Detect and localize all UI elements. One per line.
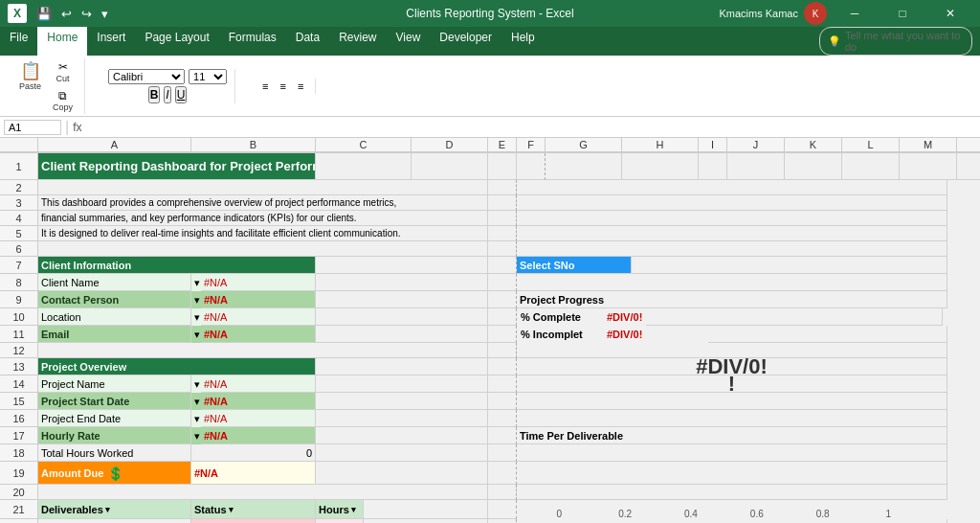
row-num-16[interactable]: 16 <box>0 410 38 427</box>
row-num-19[interactable]: 19 <box>0 462 38 485</box>
row-num-7[interactable]: 7 <box>0 257 38 274</box>
bold-btn[interactable]: B <box>148 86 161 103</box>
tab-home[interactable]: Home <box>37 27 87 56</box>
name-box[interactable] <box>4 120 61 135</box>
tab-page-layout[interactable]: Page Layout <box>135 27 218 56</box>
cell-f5 <box>488 226 517 241</box>
cell-f22 <box>488 519 517 523</box>
col-header-m[interactable]: M <box>900 138 957 152</box>
tab-data[interactable]: Data <box>286 27 329 56</box>
row-num-10[interactable]: 10 <box>0 308 38 326</box>
col-header-d[interactable]: D <box>412 138 488 152</box>
deliverable-value: 0 <box>38 519 191 523</box>
copy-btn[interactable]: ⧉Copy <box>49 87 77 114</box>
end-date-label: Project End Date <box>38 410 191 427</box>
align-center-btn[interactable]: ≡ <box>276 79 289 94</box>
row-2 <box>38 180 980 195</box>
col-header-a[interactable]: A <box>38 138 191 152</box>
row-num-14[interactable]: 14 <box>0 375 38 393</box>
col-header-b[interactable]: B <box>191 138 316 152</box>
tab-insert[interactable]: Insert <box>87 27 135 56</box>
row-12 <box>38 343 980 358</box>
row-num-17[interactable]: 17 <box>0 427 38 444</box>
hours-value-22 <box>316 519 364 523</box>
cell-f4 <box>488 211 517 226</box>
col-header-h[interactable]: H <box>622 138 699 152</box>
col-header-g[interactable]: G <box>546 138 622 152</box>
font-size-select[interactable]: 11 <box>189 69 227 84</box>
row-7: Client Information Select SNo <box>38 257 980 274</box>
row-6 <box>38 241 980 257</box>
align-right-btn[interactable]: ≡ <box>294 79 307 94</box>
tab-review[interactable]: Review <box>329 27 386 56</box>
tell-me-input[interactable]: 💡 Tell me what you want to do <box>819 27 972 56</box>
row-num-18[interactable]: 18 <box>0 444 38 462</box>
x-axis-row: 0 0.2 0.4 0.6 0.8 1 <box>517 500 947 519</box>
row-num-11[interactable]: 11 <box>0 326 38 343</box>
row-num-5[interactable]: 5 <box>0 226 38 241</box>
cell-b9-icon: ▾ <box>191 291 201 308</box>
row-num-2[interactable]: 2 <box>0 180 38 195</box>
italic-btn[interactable]: I <box>164 86 170 103</box>
select-sno-btn[interactable]: Select SNo <box>517 257 632 274</box>
row-num-21[interactable]: 21 <box>0 500 38 519</box>
col-header-f[interactable]: F <box>517 138 546 152</box>
row-num-13[interactable]: 13 <box>0 358 38 375</box>
tab-formulas[interactable]: Formulas <box>219 27 286 56</box>
cell-c1 <box>316 153 412 180</box>
row-num-15[interactable]: 15 <box>0 393 38 410</box>
cells-h7-on <box>632 257 947 274</box>
tab-help[interactable]: Help <box>501 27 545 56</box>
cut-btn[interactable]: ✂Cut <box>49 58 77 85</box>
email-label: Email <box>38 326 191 343</box>
cells-g20-on <box>517 485 947 500</box>
grid-area: Client Reporting Dashboard for Project P… <box>38 153 980 523</box>
sheet-body: 1 2 3 4 5 6 7 8 9 10 11 12 13 14 15 16 1… <box>0 153 980 523</box>
col-header-n[interactable]: N <box>957 138 980 152</box>
col-header-i[interactable]: I <box>699 138 727 152</box>
close-btn[interactable]: ✕ <box>928 0 972 27</box>
formula-input[interactable] <box>86 121 977 134</box>
cell-f9 <box>488 291 517 308</box>
ribbon-tabs: File Home Insert Page Layout Formulas Da… <box>0 27 980 56</box>
row-num-spacer <box>0 138 38 152</box>
cell-a2-span <box>38 180 488 195</box>
paste-btn[interactable]: 📋Paste <box>15 58 45 114</box>
undo-btn[interactable]: ↩ <box>57 5 76 23</box>
tab-developer[interactable]: Developer <box>430 27 501 56</box>
row-num-8[interactable]: 8 <box>0 274 38 291</box>
col-header-l[interactable]: L <box>842 138 900 152</box>
redo-btn[interactable]: ↪ <box>78 5 96 23</box>
save-btn[interactable]: 💾 <box>33 5 56 23</box>
row-num-6[interactable]: 6 <box>0 241 38 257</box>
window-title: Clients Reporting System - Excel <box>406 7 573 20</box>
row-1: Client Reporting Dashboard for Project P… <box>38 153 980 180</box>
row-num-12[interactable]: 12 <box>0 343 38 358</box>
cell-f7 <box>488 257 517 274</box>
underline-btn[interactable]: U <box>175 86 188 103</box>
row-21: Deliverables ▾ Status ▾ Hours ▾ <box>38 500 980 519</box>
tab-file[interactable]: File <box>0 27 37 56</box>
row-num-3[interactable]: 3 <box>0 195 38 211</box>
tab-view[interactable]: View <box>387 27 431 56</box>
more-btn[interactable]: ▾ <box>98 5 112 23</box>
x-axis-0.4: 0.4 <box>658 509 724 519</box>
maximize-btn[interactable]: □ <box>880 0 924 27</box>
font-family-select[interactable]: Calibri <box>108 69 185 84</box>
col-header-j[interactable]: J <box>727 138 785 152</box>
row-num-9[interactable]: 9 <box>0 291 38 308</box>
cell-de17 <box>316 427 488 444</box>
align-left-btn[interactable]: ≡ <box>258 79 272 94</box>
col-header-c[interactable]: C <box>316 138 412 152</box>
minimize-btn[interactable]: ─ <box>833 0 877 27</box>
row-num-20[interactable]: 20 <box>0 485 38 500</box>
cell-i1 <box>699 153 727 180</box>
col-header-e[interactable]: E <box>488 138 517 152</box>
row-num-1[interactable]: 1 <box>0 153 38 180</box>
row-num-22[interactable]: 22 <box>0 519 38 523</box>
project-name-label: Project Name <box>38 375 191 393</box>
row-numbers: 1 2 3 4 5 6 7 8 9 10 11 12 13 14 15 16 1… <box>0 153 38 523</box>
cell-de14 <box>316 375 488 393</box>
col-header-k[interactable]: K <box>785 138 842 152</box>
row-num-4[interactable]: 4 <box>0 211 38 226</box>
